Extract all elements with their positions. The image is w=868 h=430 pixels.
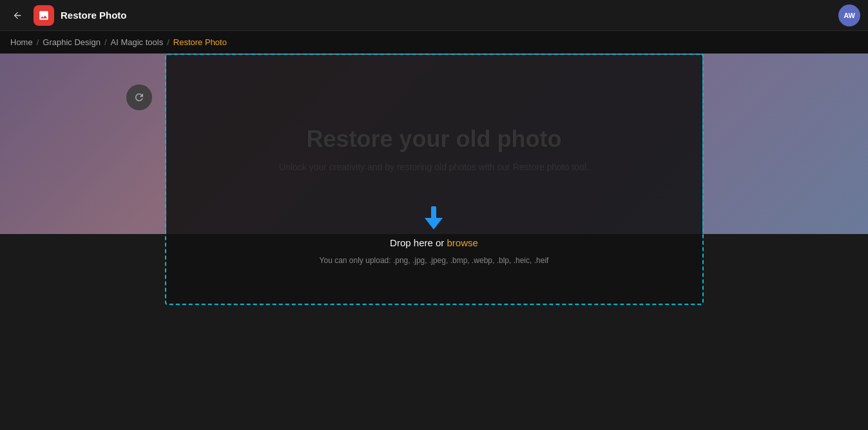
breadcrumb-sep-2: / <box>104 37 107 47</box>
breadcrumb-home[interactable]: Home <box>10 37 33 47</box>
upload-area-bg <box>166 55 702 304</box>
app-icon <box>34 5 54 26</box>
topbar: Restore Photo AW <box>0 0 868 31</box>
upload-content: Drop here or browse You can only upload:… <box>320 206 549 265</box>
upload-dropzone[interactable]: Drop here or browse You can only upload:… <box>165 54 704 305</box>
app-title: Restore Photo <box>61 10 838 21</box>
breadcrumb-sep-1: / <box>37 37 39 47</box>
browse-link[interactable]: browse <box>447 237 478 248</box>
main-content: Drop here or browse You can only upload:… <box>0 234 868 430</box>
breadcrumb-current: Restore Photo <box>173 37 227 47</box>
svg-rect-0 <box>431 206 436 219</box>
upload-formats: You can only upload: .png, .jpg, .jpeg, … <box>320 256 549 265</box>
refresh-button[interactable] <box>126 84 152 110</box>
user-avatar[interactable]: AW <box>838 5 860 26</box>
drop-text: Drop here or browse <box>390 237 478 248</box>
breadcrumb-ai-magic[interactable]: AI Magic tools <box>111 37 164 47</box>
download-arrow-icon <box>425 206 443 230</box>
breadcrumb-sep-3: / <box>167 37 169 47</box>
breadcrumb-graphic-design[interactable]: Graphic Design <box>43 37 101 47</box>
drop-label: Drop here or <box>390 237 444 248</box>
breadcrumb: Home / Graphic Design / AI Magic tools /… <box>0 31 868 54</box>
back-button[interactable] <box>8 6 27 25</box>
svg-marker-1 <box>425 218 443 230</box>
